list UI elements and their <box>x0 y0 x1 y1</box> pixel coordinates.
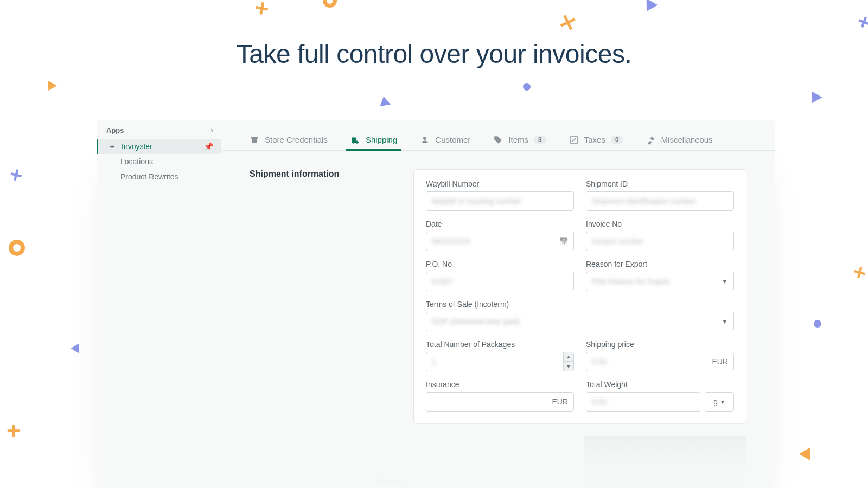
label-packages: Total Number of Packages <box>426 340 574 349</box>
sidebar-header-label: Apps <box>106 126 124 134</box>
spinner-up[interactable]: ▲ <box>564 352 573 362</box>
tab-customer[interactable]: Customer <box>420 129 470 150</box>
tag-icon <box>493 135 503 145</box>
label-invoice-no: Invoice No <box>586 220 734 228</box>
decor-plus: ✕ <box>555 9 579 37</box>
decor-plus: + <box>253 0 271 23</box>
decor-dot <box>523 83 531 91</box>
input-waybill[interactable]: Waybill or tracking number <box>426 191 574 211</box>
tools-icon <box>646 135 656 145</box>
decor-plus: + <box>854 8 868 35</box>
currency-suffix: EUR <box>547 397 568 406</box>
taxes-count-badge: 0 <box>611 136 623 144</box>
page-headline: Take full control over your invoices. <box>0 39 868 69</box>
section-title: Shipment information <box>250 169 391 424</box>
app-icon <box>108 143 116 150</box>
tab-items[interactable]: Items 3 <box>493 129 546 150</box>
decor-triangle <box>71 344 79 354</box>
store-icon <box>250 135 259 145</box>
label-total-weight: Total Weight <box>586 380 734 389</box>
caret-down-icon: ▼ <box>720 399 725 405</box>
decor-triangle <box>641 0 658 15</box>
decor-triangle <box>376 96 391 110</box>
input-po-no[interactable]: #1007 <box>426 272 574 291</box>
totals-summary-card <box>584 436 746 488</box>
sidebar-item-label: Invoyster <box>122 142 152 151</box>
tab-shipping[interactable]: Shipping <box>350 129 397 150</box>
input-invoice-no[interactable]: Invoice number <box>586 232 734 251</box>
tab-taxes[interactable]: Taxes 0 <box>569 129 623 150</box>
decor-plus: + <box>7 418 21 445</box>
tab-label: Store Credentials <box>265 135 328 144</box>
sidebar-item-locations[interactable]: Locations <box>97 154 221 169</box>
percent-icon <box>569 135 579 145</box>
pin-icon[interactable]: 📌 <box>204 142 213 151</box>
sidebar: Apps › Invoyster 📌 Locations Product Rew… <box>97 120 221 488</box>
app-window: Apps › Invoyster 📌 Locations Product Rew… <box>97 120 775 488</box>
caret-down-icon: ▼ <box>722 278 728 285</box>
label-date: Date <box>426 220 574 228</box>
sidebar-header[interactable]: Apps › <box>97 120 221 139</box>
tab-label: Taxes <box>584 135 605 144</box>
decor-triangle <box>48 81 57 91</box>
input-total-weight[interactable]: 0.00 <box>586 392 700 412</box>
shipment-card: Waybill Number Waybill or tracking numbe… <box>413 169 746 424</box>
select-reason-export[interactable]: Pick Reason for Export▼ <box>586 272 734 291</box>
tab-bar: Store Credentials Shipping Customer Item… <box>221 120 775 151</box>
tab-miscellaneous[interactable]: Miscellaneous <box>646 129 713 150</box>
select-incoterm[interactable]: DDP (Delivered duty paid)▼ <box>426 312 734 331</box>
tab-label: Miscellaneous <box>661 135 713 144</box>
number-spinner[interactable]: ▲▼ <box>563 352 573 371</box>
label-po-no: P.O. No <box>426 260 574 268</box>
content-area: Store Credentials Shipping Customer Item… <box>221 120 775 488</box>
label-waybill: Waybill Number <box>426 179 574 188</box>
label-insurance: Insurance <box>426 380 574 389</box>
sidebar-item-product-rewrites[interactable]: Product Rewrites <box>97 169 221 184</box>
user-icon <box>420 135 430 145</box>
tab-label: Shipping <box>366 135 397 144</box>
decor-circle <box>323 0 337 8</box>
decor-plus: + <box>7 162 25 189</box>
spinner-down[interactable]: ▼ <box>564 362 573 371</box>
items-count-badge: 3 <box>534 136 546 144</box>
label-shipment-id: Shipment ID <box>586 179 734 188</box>
decor-circle <box>9 240 25 256</box>
input-insurance[interactable]: EUR <box>426 392 574 412</box>
decor-plus: + <box>850 259 868 286</box>
chevron-right-icon: › <box>210 126 213 134</box>
label-reason-export: Reason for Export <box>586 260 734 268</box>
sidebar-item-invoyster[interactable]: Invoyster 📌 <box>97 139 221 154</box>
decor-triangle <box>812 92 822 104</box>
truck-icon <box>350 135 360 145</box>
currency-suffix: EUR <box>707 357 728 366</box>
tab-label: Items <box>508 135 528 144</box>
decor-dot <box>814 320 821 328</box>
decor-triangle <box>799 447 816 463</box>
input-packages[interactable]: 1 ▲▼ <box>426 352 574 371</box>
tab-store-credentials[interactable]: Store Credentials <box>250 129 328 150</box>
input-shipment-id[interactable]: Shipment identification number <box>586 191 734 211</box>
select-weight-unit[interactable]: g▼ <box>705 392 734 412</box>
caret-down-icon: ▼ <box>722 318 728 325</box>
input-date[interactable]: 06/02/2023 <box>426 232 574 251</box>
label-incoterm: Terms of Sale (Incoterm) <box>426 300 734 309</box>
tab-label: Customer <box>435 135 470 144</box>
label-shipping-price: Shipping price <box>586 340 734 349</box>
input-shipping-price[interactable]: 0.00EUR <box>586 352 734 371</box>
